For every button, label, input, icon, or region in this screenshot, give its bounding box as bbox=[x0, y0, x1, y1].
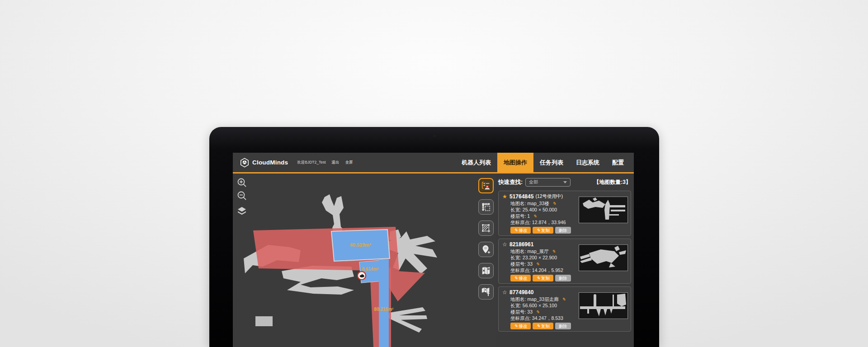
scan-blob-y bbox=[322, 194, 344, 232]
area-label-small: 8.614m² bbox=[362, 267, 379, 272]
field-value: 33 bbox=[527, 261, 533, 267]
field-label: 坐标原点: bbox=[510, 267, 531, 273]
star-icon[interactable]: ★ bbox=[502, 193, 509, 200]
pencil-icon: ✎ bbox=[536, 276, 540, 281]
map-filter-select[interactable]: 全部 bbox=[525, 178, 571, 187]
edit-map-button[interactable]: ✎修改 bbox=[510, 323, 531, 329]
edit-pencil-icon[interactable]: ✎ bbox=[562, 297, 566, 302]
field-label: 长宽: bbox=[510, 255, 521, 260]
map-toolbar bbox=[476, 174, 496, 347]
tab-map-operation[interactable]: 地图操作 bbox=[497, 153, 533, 172]
delete-map-button[interactable]: 删除 bbox=[555, 227, 571, 234]
delete-map-button[interactable]: 删除 bbox=[555, 275, 571, 281]
field-value: map_33楼 bbox=[527, 201, 549, 206]
map-in-use-badge: (12号使用中) bbox=[535, 193, 563, 200]
brand-logo: CloudMinds bbox=[233, 158, 288, 168]
map-thumbnail[interactable] bbox=[579, 197, 628, 223]
main-menu: 机器人列表 地图操作 任务列表 日志系统 配置 bbox=[455, 153, 634, 172]
fullscreen-link[interactable]: 全屏 bbox=[345, 160, 353, 165]
toolbar-add-virtual-wall-button[interactable] bbox=[478, 220, 494, 236]
field-value: 33 bbox=[527, 309, 533, 314]
map-id: 82186961 bbox=[509, 241, 533, 248]
map-list-header: 快速查找: 全部 【地图数量:3】 bbox=[498, 177, 631, 187]
top-navbar: CloudMinds 欢迎BJDT2_Test 退出 全屏 机器人列表 地图操作… bbox=[233, 153, 634, 174]
map-id: 51764845 bbox=[509, 193, 533, 200]
pencil-icon: ✎ bbox=[514, 228, 518, 233]
edit-map-button[interactable]: ✎修改 bbox=[510, 275, 531, 281]
map-task-list-icon bbox=[481, 181, 491, 191]
copy-map-button[interactable]: ✎复制 bbox=[533, 275, 553, 281]
field-label: 楼层号: bbox=[510, 309, 526, 314]
field-value: 12.874，33.946 bbox=[532, 220, 566, 225]
delete-map-button[interactable]: 删除 bbox=[555, 323, 571, 329]
map-card: ☆ 87749840 地图名: map_33层走廊 ✎ 长宽: 56.600 ×… bbox=[498, 286, 631, 332]
content-area: 40.519m² 8.614m² 80.215m² bbox=[233, 174, 634, 347]
edit-pencil-icon[interactable]: ✎ bbox=[533, 214, 537, 219]
star-outline-icon[interactable]: ☆ bbox=[502, 289, 509, 295]
tab-log-system[interactable]: 日志系统 bbox=[570, 153, 606, 172]
toolbar-add-point-button[interactable] bbox=[478, 242, 494, 257]
copy-map-button[interactable]: ✎复制 bbox=[533, 227, 553, 234]
toolbar-measure-area-button[interactable] bbox=[478, 199, 494, 215]
field-label: 坐标原点: bbox=[510, 220, 531, 225]
field-value: 1 bbox=[527, 213, 530, 219]
area-label-large: 40.519m² bbox=[349, 242, 371, 248]
map-id: 87749840 bbox=[509, 289, 533, 295]
field-value: 23.200 × 22.900 bbox=[523, 255, 557, 260]
toolbar-map-upload-button[interactable] bbox=[478, 284, 494, 300]
tab-config[interactable]: 配置 bbox=[606, 153, 630, 172]
map-thumbnail[interactable] bbox=[579, 244, 628, 271]
map-card: ☆ 82186961 地图名: map_展厅 ✎ 长宽: 23.200 × 22… bbox=[498, 239, 631, 284]
field-label: 长宽: bbox=[510, 207, 521, 212]
zoom-out-button[interactable] bbox=[236, 190, 247, 201]
filter-selected-value: 全部 bbox=[529, 179, 538, 185]
edit-pencil-icon[interactable]: ✎ bbox=[552, 249, 556, 254]
session-info: 欢迎BJDT2_Test 退出 全屏 bbox=[297, 160, 353, 165]
map-thumbnail[interactable] bbox=[579, 292, 628, 319]
field-value: 34.247，8.533 bbox=[532, 315, 563, 321]
zoom-out-icon bbox=[237, 191, 247, 201]
field-label: 地图名: bbox=[510, 296, 526, 302]
toolbar-map-edit-button[interactable] bbox=[478, 263, 494, 278]
edit-map-button[interactable]: ✎修改 bbox=[510, 227, 531, 234]
webcam-dot bbox=[434, 135, 435, 137]
occupancy-map[interactable]: 40.519m² 8.614m² 80.215m² bbox=[233, 174, 476, 347]
toolbar-map-task-list-button[interactable] bbox=[478, 178, 494, 193]
field-label: 地图名: bbox=[510, 249, 526, 254]
field-value: 25.400 × 50.000 bbox=[523, 207, 557, 212]
edit-pencil-icon[interactable]: ✎ bbox=[552, 201, 556, 206]
scan-block-small bbox=[255, 316, 273, 326]
tab-robot-list[interactable]: 机器人列表 bbox=[455, 153, 497, 172]
tab-task-list[interactable]: 任务列表 bbox=[533, 153, 570, 172]
layers-button[interactable] bbox=[236, 206, 247, 216]
add-point-icon bbox=[481, 244, 491, 254]
field-label: 楼层号: bbox=[510, 213, 526, 219]
pencil-icon: ✎ bbox=[536, 228, 540, 233]
field-value: map_33层走廊 bbox=[527, 296, 558, 302]
field-value: 56.600 × 25.100 bbox=[523, 303, 557, 308]
edit-pencil-icon[interactable]: ✎ bbox=[536, 262, 539, 267]
robot-marker[interactable] bbox=[358, 272, 366, 280]
map-upload-icon bbox=[481, 287, 491, 297]
edit-pencil-icon[interactable]: ✎ bbox=[536, 309, 539, 314]
cloudminds-logo-icon bbox=[240, 158, 250, 168]
field-label: 楼层号: bbox=[510, 261, 526, 267]
measure-area-icon bbox=[481, 202, 491, 212]
field-value: map_展厅 bbox=[527, 249, 548, 254]
map-card: ★ 51764845 (12号使用中) 地图名: map_33楼 ✎ 长宽: 2… bbox=[498, 191, 631, 236]
field-label: 坐标原点: bbox=[510, 315, 531, 321]
chevron-down-icon bbox=[563, 181, 567, 183]
field-label: 长宽: bbox=[510, 303, 521, 308]
scan-blob-right-fan bbox=[388, 307, 427, 333]
logout-link[interactable]: 退出 bbox=[332, 160, 340, 165]
blue-corridor[interactable] bbox=[379, 259, 389, 347]
zoom-in-button[interactable] bbox=[236, 177, 247, 188]
copy-map-button[interactable]: ✎复制 bbox=[533, 323, 553, 329]
map-viewport[interactable]: 40.519m² 8.614m² 80.215m² bbox=[233, 174, 476, 347]
star-outline-icon[interactable]: ☆ bbox=[502, 241, 509, 248]
map-count-badge: 【地图数量:3】 bbox=[594, 178, 631, 186]
welcome-text: 欢迎BJDT2_Test bbox=[297, 160, 326, 165]
card-actions: ✎修改 ✎复制 删除 bbox=[510, 275, 627, 281]
pencil-icon: ✎ bbox=[514, 276, 518, 281]
quick-find-label: 快速查找: bbox=[498, 178, 523, 186]
